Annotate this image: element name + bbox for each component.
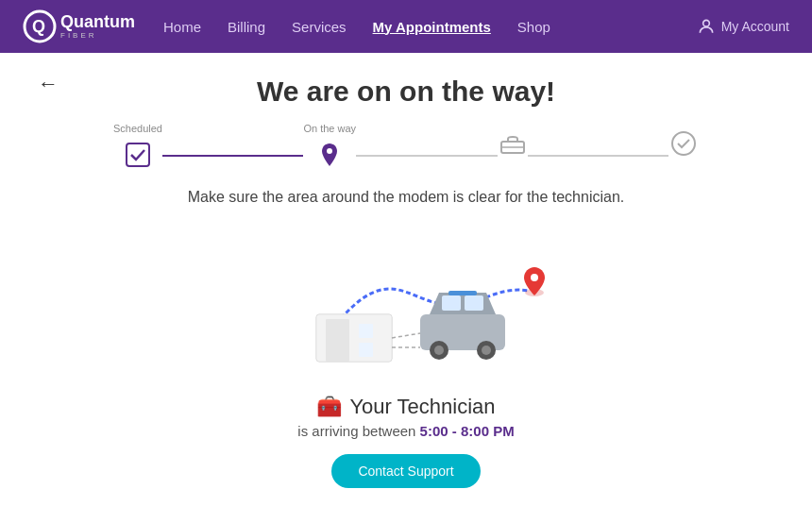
step-icon-working: [498, 128, 528, 159]
main-nav: Q Quantum FIBER Home Billing Services My…: [0, 0, 812, 53]
illustration: [38, 225, 774, 376]
circle-check-icon: [670, 130, 697, 157]
svg-text:Q: Q: [32, 17, 45, 36]
svg-point-9: [531, 274, 538, 281]
nav-home[interactable]: Home: [163, 19, 201, 35]
svg-rect-17: [448, 291, 477, 295]
svg-rect-3: [127, 143, 149, 166]
svg-point-7: [672, 132, 695, 155]
svg-point-16: [482, 346, 491, 355]
car-map-illustration: [264, 225, 548, 376]
step-label-scheduled: Scheduled: [113, 123, 162, 134]
nav-services[interactable]: Services: [292, 19, 347, 35]
contact-support-button[interactable]: Contact Support: [331, 454, 480, 488]
nav-links: Home Billing Services My Appointments Sh…: [163, 19, 697, 35]
logo-sub-text: FIBER: [60, 31, 135, 40]
step-icon-done: [668, 128, 699, 159]
connector-3: [528, 155, 668, 157]
svg-point-14: [434, 346, 444, 355]
svg-point-4: [327, 148, 332, 154]
main-content: ← We are on on the way! Scheduled On the…: [0, 53, 812, 506]
svg-rect-11: [442, 295, 461, 311]
step-icon-scheduled: [123, 140, 153, 170]
svg-line-23: [392, 333, 420, 338]
nav-shop[interactable]: Shop: [517, 19, 550, 35]
technician-info: 🧰 Your Technician is arriving between 5:…: [38, 395, 774, 439]
contact-btn-area: Contact Support: [38, 454, 774, 488]
progress-step-ontheway: On the way: [303, 123, 356, 170]
arrival-time: 5:00 - 8:00 PM: [420, 423, 515, 439]
progress-step-working: [498, 123, 528, 159]
progress-step-done: [668, 123, 699, 159]
tech-arrival-text: is arriving between 5:00 - 8:00 PM: [38, 423, 774, 439]
logo-main-text: Quantum: [60, 13, 135, 32]
logo: Q Quantum FIBER: [23, 9, 135, 43]
back-button[interactable]: ←: [38, 72, 59, 96]
nav-billing[interactable]: Billing: [228, 19, 265, 35]
nav-my-appointments[interactable]: My Appointments: [373, 19, 491, 35]
logo-icon: Q: [23, 9, 57, 43]
progress-bar: Scheduled On the way: [38, 123, 774, 170]
account-label: My Account: [721, 19, 789, 34]
nav-account[interactable]: My Account: [697, 17, 789, 36]
step-icon-ontheway: [314, 140, 345, 170]
progress-step-scheduled: Scheduled: [113, 123, 162, 170]
toolbox-icon: [499, 132, 526, 155]
connector-2: [356, 155, 497, 157]
tech-title-row: 🧰 Your Technician: [38, 395, 774, 419]
tech-title-text: Your Technician: [349, 395, 495, 419]
svg-point-2: [702, 20, 709, 26]
map-pin-icon: [319, 142, 340, 168]
subtitle-text: Make sure the area around the modem is c…: [38, 189, 774, 206]
check-square-icon: [125, 142, 151, 168]
arriving-label: is arriving between: [297, 423, 419, 439]
page-title: We are on on the way!: [38, 76, 774, 108]
account-icon: [697, 17, 716, 36]
connector-1: [162, 155, 303, 157]
step-label-ontheway: On the way: [303, 123, 356, 134]
svg-rect-12: [465, 295, 483, 311]
tech-icon: 🧰: [316, 395, 342, 419]
svg-rect-22: [316, 314, 392, 362]
